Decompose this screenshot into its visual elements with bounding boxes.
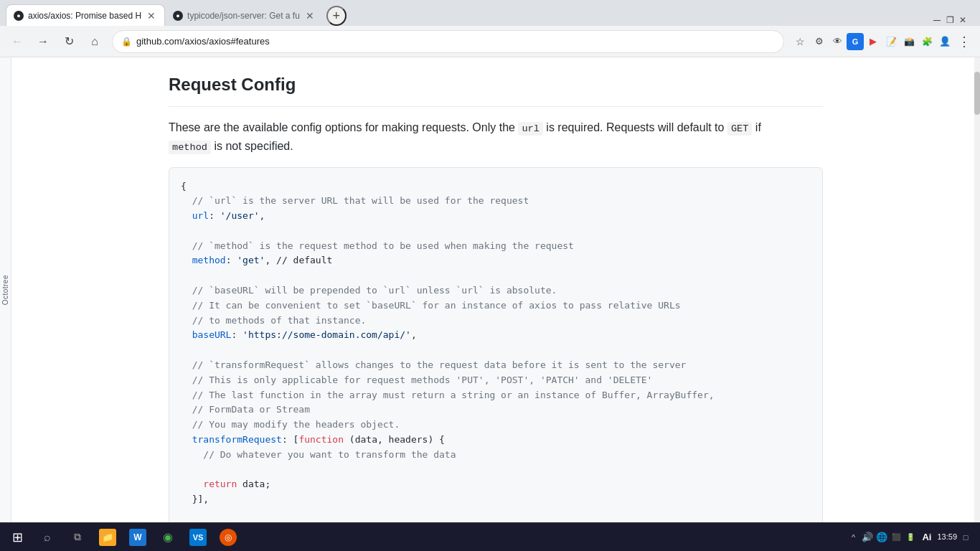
close-tab-1[interactable]: ✕ bbox=[146, 10, 157, 22]
octotree-sidebar[interactable]: Octotree bbox=[0, 57, 11, 522]
taskbar-app-5[interactable]: ◎ bbox=[214, 523, 242, 552]
right-scrollbar[interactable] bbox=[974, 57, 980, 522]
home-button[interactable]: ⌂ bbox=[83, 30, 106, 53]
taskbar-app-2[interactable]: W bbox=[123, 523, 152, 552]
tray-arrow[interactable]: ^ bbox=[847, 532, 859, 543]
app-icon-2: W bbox=[129, 529, 146, 546]
back-button[interactable]: ← bbox=[6, 30, 29, 53]
page-heading: Request Config bbox=[169, 72, 823, 107]
start-button[interactable]: ⊞ bbox=[3, 523, 32, 552]
taskbar-time: 13:59 bbox=[937, 532, 957, 542]
browser-content: Octotree Request Config These are the av… bbox=[0, 57, 980, 522]
ext-icon-1[interactable]: ⚙ bbox=[811, 33, 828, 50]
intro-text-3: if bbox=[755, 121, 761, 133]
refresh-button[interactable]: ↻ bbox=[57, 30, 80, 53]
start-icon: ⊞ bbox=[9, 529, 26, 546]
browser-window: ● axios/axios: Promise based H ✕ ● typic… bbox=[0, 0, 980, 551]
tray-icon-4[interactable]: 🔋 bbox=[905, 532, 916, 543]
intro-text-1: These are the available config options f… bbox=[169, 121, 515, 133]
maximize-button[interactable]: ❐ bbox=[944, 14, 956, 26]
task-view-icon: ⧉ bbox=[69, 529, 86, 546]
file-explorer-button[interactable]: 📁 bbox=[93, 523, 122, 552]
page-content[interactable]: Request Config These are the available c… bbox=[11, 57, 980, 522]
notification-center[interactable]: □ bbox=[960, 532, 971, 543]
toolbar: ← → ↻ ⌂ 🔒 github.com/axios/axios#feature… bbox=[0, 26, 980, 57]
tray-icon-1[interactable]: 🔊 bbox=[862, 532, 873, 543]
new-tab-button[interactable]: + bbox=[326, 6, 347, 26]
ext-icon-5[interactable]: 📝 bbox=[882, 33, 900, 50]
app-icon-4: VS bbox=[189, 529, 207, 546]
code-block: { // `url` is the server URL that will b… bbox=[169, 167, 823, 523]
tray-icon-2[interactable]: 🌐 bbox=[876, 532, 887, 543]
tab-title-1: axios/axios: Promise based H bbox=[28, 11, 141, 21]
code-pre: { // `url` is the server URL that will b… bbox=[181, 179, 811, 523]
intro-paragraph: These are the available config options f… bbox=[169, 118, 823, 156]
search-icon: ⌕ bbox=[39, 529, 56, 546]
intro-text-4: is not specified. bbox=[214, 140, 293, 152]
tab-axios[interactable]: ● axios/axios: Promise based H ✕ bbox=[6, 4, 165, 26]
taskbar-app-3[interactable]: ◉ bbox=[154, 523, 182, 552]
tabs-bar: ● axios/axios: Promise based H ✕ ● typic… bbox=[6, 0, 974, 26]
ext-icon-7[interactable]: 🧩 bbox=[918, 33, 936, 50]
ext-icon-2[interactable]: 👁 bbox=[829, 33, 846, 50]
app-icon-5: ◎ bbox=[220, 529, 237, 546]
close-button[interactable]: ✕ bbox=[957, 14, 969, 26]
scrollbar-thumb[interactable] bbox=[974, 72, 980, 115]
app-icon-3: ◉ bbox=[159, 529, 176, 546]
menu-icon[interactable]: ⋮ bbox=[954, 32, 974, 52]
octotree-label: Octotree bbox=[1, 275, 9, 305]
tab-title-2: typicode/json-server: Get a fu bbox=[187, 11, 300, 21]
tab-favicon-2: ● bbox=[173, 11, 183, 21]
markdown-body: Request Config These are the available c… bbox=[169, 72, 823, 522]
taskbar-app-4[interactable]: VS bbox=[184, 523, 212, 552]
page-inner: Request Config These are the available c… bbox=[151, 57, 840, 522]
file-explorer-icon: 📁 bbox=[99, 529, 116, 546]
taskbar-tray: ^ 🔊 🌐 ⬛ 🔋 Ai 13:59 □ bbox=[842, 532, 977, 543]
intro-text-2: is required. Requests will default to bbox=[546, 121, 724, 133]
get-code: GET bbox=[727, 122, 752, 136]
ext-icon-profile[interactable]: 👤 bbox=[936, 33, 953, 50]
star-icon[interactable]: ☆ bbox=[790, 32, 810, 52]
tray-icon-3[interactable]: ⬛ bbox=[890, 532, 902, 543]
address-url: github.com/axios/axios#features bbox=[136, 36, 775, 47]
search-button[interactable]: ⌕ bbox=[33, 523, 62, 552]
lock-icon: 🔒 bbox=[121, 37, 132, 47]
title-bar: ● axios/axios: Promise based H ✕ ● typic… bbox=[0, 0, 980, 26]
ext-icon-6[interactable]: 📸 bbox=[900, 33, 918, 50]
tab-jsonserver[interactable]: ● typicode/json-server: Get a fu ✕ bbox=[165, 4, 324, 26]
forward-button[interactable]: → bbox=[32, 30, 55, 53]
url-code: url bbox=[518, 122, 542, 136]
taskbar: ⊞ ⌕ ⧉ 📁 W ◉ VS ◎ ^ 🔊 🌐 ⬛ 🔋 bbox=[0, 522, 980, 551]
ai-label: Ai bbox=[919, 532, 934, 542]
close-tab-2[interactable]: ✕ bbox=[304, 10, 316, 22]
time-display: 13:59 bbox=[937, 532, 957, 542]
task-view-button[interactable]: ⧉ bbox=[63, 523, 92, 552]
method-code: method bbox=[169, 141, 211, 154]
tab-favicon-1: ● bbox=[14, 11, 24, 21]
ext-icon-4[interactable]: ▶ bbox=[864, 33, 882, 50]
ext-icon-3[interactable]: G bbox=[847, 33, 864, 50]
minimize-button[interactable]: ─ bbox=[931, 14, 943, 26]
window-controls: ─ ❐ ✕ bbox=[931, 14, 969, 26]
toolbar-actions: ☆ ⚙ 👁 G ▶ 📝 📸 🧩 👤 ⋮ bbox=[790, 32, 974, 52]
address-bar[interactable]: 🔒 github.com/axios/axios#features bbox=[112, 30, 784, 53]
